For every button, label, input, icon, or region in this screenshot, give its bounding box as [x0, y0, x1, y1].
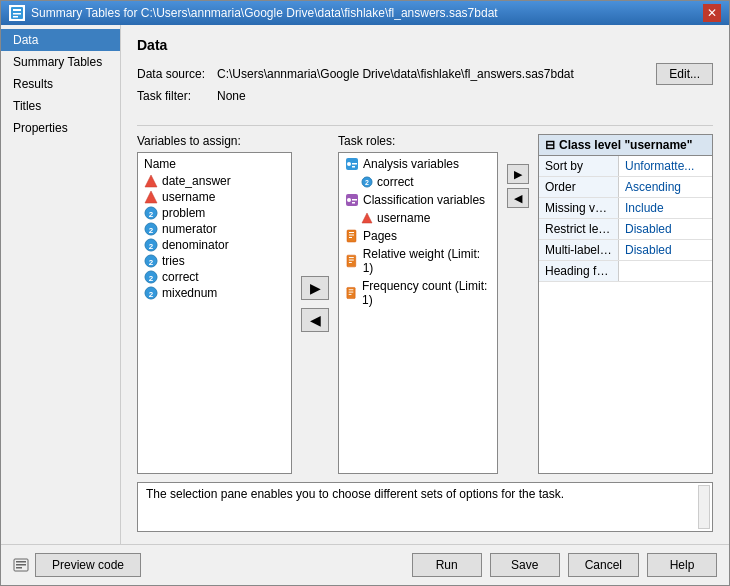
analysis-label: Analysis variables [363, 157, 459, 171]
status-text: The selection pane enables you to choose… [146, 487, 564, 501]
sidebar-item-summary-tables[interactable]: Summary Tables [1, 51, 120, 73]
list-item[interactable]: 2 numerator [140, 221, 289, 237]
triangle-icon [144, 190, 158, 204]
close-button[interactable]: ✕ [703, 4, 721, 22]
svg-rect-36 [349, 262, 352, 263]
help-button[interactable]: Help [647, 553, 717, 577]
relative-weight-icon [345, 254, 359, 268]
main-window: Summary Tables for C:\Users\annmaria\Goo… [0, 0, 730, 586]
analysis-icon [345, 157, 359, 171]
svg-rect-34 [349, 257, 354, 258]
status-scrollbar[interactable] [698, 485, 710, 529]
circle-sm-icon: 2 [361, 176, 373, 188]
correct-role-label: correct [377, 175, 414, 189]
svg-marker-4 [145, 175, 157, 187]
class-arrow-right-button[interactable]: ▶ [507, 164, 529, 184]
svg-text:2: 2 [149, 210, 154, 219]
svg-text:2: 2 [149, 226, 154, 235]
sidebar-item-properties[interactable]: Properties [1, 117, 120, 139]
role-item-relative-weight[interactable]: Relative weight (Limit: 1) [341, 245, 495, 277]
cl-sort-key: Sort by [539, 156, 619, 176]
svg-rect-2 [13, 13, 21, 15]
svg-rect-21 [352, 166, 355, 168]
cl-row-heading[interactable]: Heading for... [539, 261, 712, 282]
list-item[interactable]: username [140, 189, 289, 205]
sidebar-item-data[interactable]: Data [1, 29, 120, 51]
title-bar-left: Summary Tables for C:\Users\annmaria\Goo… [9, 5, 498, 21]
list-item[interactable]: 2 problem [140, 205, 289, 221]
save-button[interactable]: Save [490, 553, 560, 577]
variables-list[interactable]: Name date_answer username 2 problem [137, 152, 292, 474]
svg-rect-43 [16, 564, 26, 566]
svg-text:2: 2 [149, 290, 154, 299]
class-arrow-left-button[interactable]: ◀ [507, 188, 529, 208]
triangle-icon [144, 174, 158, 188]
classification-label: Classification variables [363, 193, 485, 207]
edit-button[interactable]: Edit... [656, 63, 713, 85]
role-item-pages[interactable]: Pages [341, 227, 495, 245]
svg-rect-29 [347, 230, 356, 242]
role-item-analysis[interactable]: Analysis variables [341, 155, 495, 173]
cl-heading-value [619, 261, 712, 281]
svg-rect-3 [13, 16, 18, 18]
task-filter-row: Task filter: None [137, 89, 713, 103]
cl-row-order[interactable]: Order Ascending [539, 177, 712, 198]
footer: Preview code Run Save Cancel Help [1, 544, 729, 585]
task-filter-value: None [217, 89, 246, 103]
cancel-button[interactable]: Cancel [568, 553, 639, 577]
cl-row-missing[interactable]: Missing val... Include [539, 198, 712, 219]
cl-missing-key: Missing val... [539, 198, 619, 218]
list-item[interactable]: date_answer [140, 173, 289, 189]
task-roles-label: Task roles: [338, 134, 498, 148]
svg-rect-35 [349, 260, 354, 261]
cl-order-value: Ascending [619, 177, 712, 197]
footer-left: Preview code [13, 553, 141, 577]
variables-panel: Variables to assign: Name date_answer us… [137, 134, 292, 474]
run-button[interactable]: Run [412, 553, 482, 577]
cl-row-restrict[interactable]: Restrict lev... Disabled [539, 219, 712, 240]
svg-rect-27 [352, 202, 355, 204]
window-title: Summary Tables for C:\Users\annmaria\Goo… [31, 6, 498, 20]
svg-text:2: 2 [149, 258, 154, 267]
variables-col-header: Name [140, 155, 289, 173]
data-source-value: C:\Users\annmaria\Google Drive\data\fish… [217, 67, 574, 81]
class-level-header: ⊟ Class level "username" [538, 134, 713, 156]
list-item[interactable]: 2 tries [140, 253, 289, 269]
role-item-correct[interactable]: 2 correct [341, 173, 495, 191]
role-item-username[interactable]: username [341, 209, 495, 227]
cl-row-multilabel[interactable]: Multi-label f... Disabled [539, 240, 712, 261]
svg-text:2: 2 [149, 242, 154, 251]
sidebar-item-titles[interactable]: Titles [1, 95, 120, 117]
arrow-right-button[interactable]: ▶ [301, 276, 329, 300]
class-level-table: Sort by Unformatte... Order Ascending Mi… [538, 156, 713, 474]
circle-icon: 2 [144, 206, 158, 220]
list-item[interactable]: 2 mixednum [140, 285, 289, 301]
svg-rect-44 [16, 567, 22, 569]
role-item-frequency-count[interactable]: Frequency count (Limit: 1) [341, 277, 495, 309]
task-roles-list[interactable]: Analysis variables 2 correct [338, 152, 498, 474]
svg-rect-38 [349, 289, 354, 290]
data-source-row: Data source: C:\Users\annmaria\Google Dr… [137, 63, 713, 85]
sidebar-item-results[interactable]: Results [1, 73, 120, 95]
list-item[interactable]: 2 correct [140, 269, 289, 285]
role-item-classification[interactable]: Classification variables [341, 191, 495, 209]
cl-row-sort[interactable]: Sort by Unformatte... [539, 156, 712, 177]
svg-rect-20 [352, 163, 357, 165]
svg-rect-1 [13, 9, 21, 11]
collapse-icon[interactable]: ⊟ [545, 138, 555, 152]
svg-rect-31 [349, 235, 354, 236]
data-source-label: Data source: [137, 67, 217, 81]
svg-rect-26 [352, 199, 357, 201]
status-bar: The selection pane enables you to choose… [137, 482, 713, 532]
arrow-buttons: ▶ ◀ [300, 134, 330, 474]
preview-code-button[interactable]: Preview code [35, 553, 141, 577]
list-item[interactable]: 2 denominator [140, 237, 289, 253]
class-level-title: Class level "username" [559, 138, 692, 152]
arrow-left-button[interactable]: ◀ [301, 308, 329, 332]
class-level-panel: ⊟ Class level "username" Sort by Unforma… [538, 134, 713, 474]
footer-right: Run Save Cancel Help [412, 553, 717, 577]
svg-point-25 [347, 198, 351, 202]
main-content: Data Data source: C:\Users\annmaria\Goog… [121, 25, 729, 544]
svg-marker-28 [362, 213, 372, 223]
cl-multilabel-value: Disabled [619, 240, 712, 260]
